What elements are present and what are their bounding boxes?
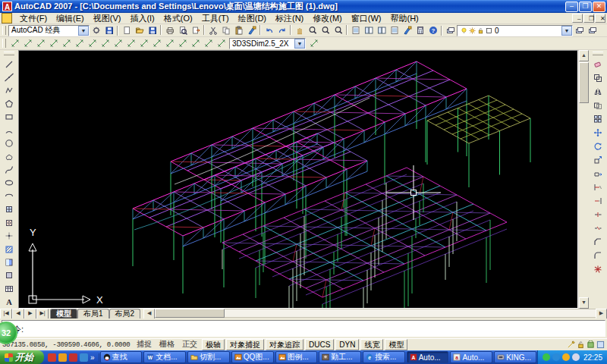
close-button[interactable]: ✕ <box>593 2 605 12</box>
dim-baseline-icon[interactable] <box>124 38 137 49</box>
status-toggle-snap[interactable]: 捕捉 <box>134 339 155 349</box>
menu-format[interactable]: 格式(O) <box>159 13 197 24</box>
insert-block-icon[interactable] <box>2 203 17 216</box>
scale-icon[interactable] <box>591 153 605 167</box>
task-button-0[interactable]: 查找 <box>100 351 143 363</box>
plot-icon[interactable] <box>163 25 176 36</box>
scroll-down-icon[interactable]: ▼ <box>579 297 589 309</box>
sheetset-icon[interactable] <box>388 25 401 36</box>
paste-icon[interactable] <box>232 25 245 36</box>
revcloud-icon[interactable] <box>2 150 17 163</box>
make-object-layer-current-icon[interactable] <box>573 25 586 36</box>
menu-draw[interactable]: 绘图(D) <box>234 13 271 24</box>
layout-tab-1[interactable]: 布局1 <box>77 309 109 318</box>
save-icon[interactable] <box>146 25 159 36</box>
toolbar-grip[interactable] <box>4 52 14 55</box>
horizontal-scrollbar[interactable]: ◀ ▶ <box>143 309 607 318</box>
line-icon[interactable] <box>2 58 17 71</box>
chevron-down-icon[interactable]: ▼ <box>294 39 305 49</box>
restore-button[interactable]: ❐ <box>579 2 592 12</box>
dim-aligned-icon[interactable] <box>21 38 34 49</box>
chevron-down-icon[interactable]: ▼ <box>78 26 89 36</box>
menu-file[interactable]: 文件(F) <box>15 13 52 24</box>
layout-tab-2[interactable]: 布局2 <box>109 309 141 318</box>
gradient-icon[interactable] <box>2 256 17 268</box>
point-icon[interactable] <box>2 229 17 242</box>
dim-ordinate-icon[interactable] <box>47 38 60 49</box>
tray-green-icon[interactable] <box>543 353 550 361</box>
document-icon[interactable] <box>2 13 12 24</box>
copy-icon[interactable] <box>219 25 232 36</box>
show-desktop-icon[interactable] <box>58 353 67 362</box>
doc-close-button[interactable]: ✕ <box>595 14 605 23</box>
workspace-settings-icon[interactable] <box>90 25 102 36</box>
ellipse-arc-icon[interactable] <box>2 190 17 202</box>
player-icon[interactable] <box>69 353 77 362</box>
task-button-4[interactable]: 图例... <box>275 351 318 363</box>
make-block-icon[interactable] <box>2 216 17 229</box>
status-toggle-ducs[interactable]: DUCS <box>305 339 334 350</box>
workspace-combobox[interactable]: AutoCAD 经典 ▼ <box>8 25 90 36</box>
toolpalettes-icon[interactable] <box>375 25 388 36</box>
command-prompt[interactable]: 命令: <box>5 324 602 335</box>
copy-object-icon[interactable] <box>591 71 605 85</box>
doc-minimize-button[interactable]: – <box>572 14 583 23</box>
publish-icon[interactable] <box>189 25 202 36</box>
quick-launch-overflow-icon[interactable]: » <box>90 353 95 362</box>
prev-tab-icon[interactable]: ◀ <box>12 309 24 319</box>
table-icon[interactable] <box>2 282 17 295</box>
dim-quick-icon[interactable] <box>112 38 124 49</box>
dim-tolerance-icon[interactable] <box>163 38 176 49</box>
layer-previous-icon[interactable] <box>586 25 599 36</box>
open-icon[interactable] <box>133 25 146 36</box>
explode-icon[interactable] <box>591 262 605 276</box>
status-toggle-ortho[interactable]: 正交 <box>179 339 200 349</box>
dim-radius-icon[interactable] <box>60 38 73 49</box>
toolbar-grip[interactable] <box>593 52 603 55</box>
layer-combobox[interactable]: 0 ▼ <box>457 25 573 36</box>
vertical-scroll-thumb[interactable] <box>579 62 589 103</box>
stretch-icon[interactable] <box>591 167 605 180</box>
break-point-icon[interactable] <box>591 208 605 221</box>
task-button-7-active[interactable]: AAuto... <box>407 351 449 363</box>
dim-continue-icon[interactable] <box>137 38 150 49</box>
rectangle-icon[interactable] <box>2 111 17 124</box>
tray-blue-icon[interactable] <box>552 353 560 361</box>
layer-properties-icon[interactable] <box>444 25 457 36</box>
scroll-left-icon[interactable]: ◀ <box>143 309 155 319</box>
array-icon[interactable] <box>591 112 605 126</box>
status-toggle-grid[interactable]: 栅格 <box>156 339 178 349</box>
dim-style-combobox[interactable]: 3D3SDim2.5_2X ▼ <box>229 38 306 49</box>
status-toggle-polar[interactable]: 极轴 <box>202 339 225 350</box>
minimize-button[interactable]: – <box>565 2 578 12</box>
chamfer-icon[interactable] <box>591 235 605 249</box>
mirror-icon[interactable] <box>591 85 605 99</box>
scroll-up-icon[interactable]: ▲ <box>579 50 589 61</box>
menu-help[interactable]: 帮助(H) <box>386 13 423 24</box>
region-icon[interactable] <box>2 269 17 282</box>
dim-angular-icon[interactable] <box>99 38 112 49</box>
circle-icon[interactable] <box>2 136 17 149</box>
media-icon[interactable] <box>48 353 56 362</box>
dim-leader-icon[interactable] <box>150 38 163 49</box>
annotation-icon[interactable] <box>567 340 575 349</box>
task-button-5[interactable]: 勤工... <box>319 351 361 363</box>
zoom-realtime-icon[interactable] <box>306 25 319 36</box>
doc-restore-button[interactable]: ❐ <box>583 14 594 23</box>
task-button-6[interactable]: e搜索... <box>363 351 405 363</box>
menu-dimension[interactable]: 标注(N) <box>271 13 308 24</box>
dim-text-edit-icon[interactable] <box>202 38 215 49</box>
horizontal-scroll-thumb[interactable] <box>155 309 225 318</box>
markup-icon[interactable] <box>401 25 414 36</box>
match-icon[interactable] <box>245 25 258 36</box>
unlock-icon[interactable] <box>577 340 585 349</box>
mtext-icon[interactable]: A <box>2 296 17 309</box>
toolbar-lock-icon[interactable] <box>587 340 595 349</box>
zoom-previous-icon[interactable] <box>332 25 344 36</box>
start-button[interactable]: 开始 <box>0 350 44 364</box>
zoom-window-icon[interactable] <box>319 25 332 36</box>
status-toggle-lwt[interactable]: 线宽 <box>360 339 383 350</box>
status-toggle-model[interactable]: 模型 <box>385 339 407 350</box>
task-button-2[interactable]: 切割... <box>187 351 230 363</box>
cut-icon[interactable] <box>206 25 219 36</box>
